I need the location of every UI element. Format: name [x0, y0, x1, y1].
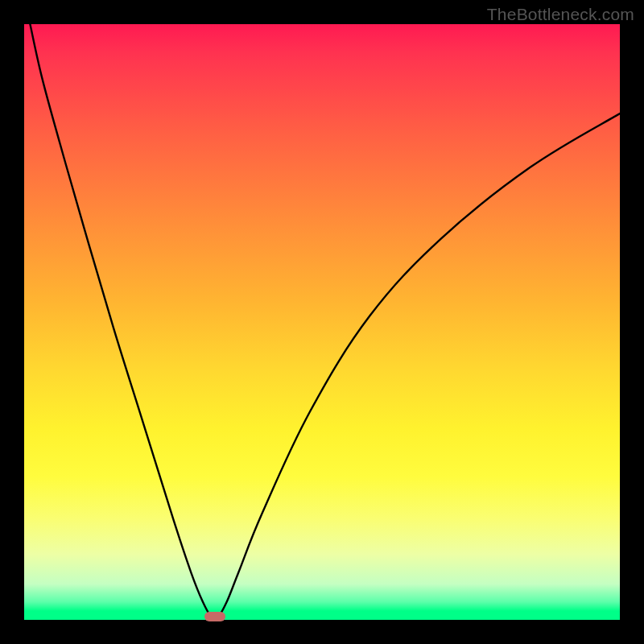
- chart-curve-svg: [24, 24, 620, 620]
- chart-curve-path: [30, 24, 620, 620]
- chart-min-marker: [204, 612, 225, 621]
- watermark-text: TheBottleneck.com: [487, 5, 634, 24]
- chart-plot-area: [24, 24, 620, 620]
